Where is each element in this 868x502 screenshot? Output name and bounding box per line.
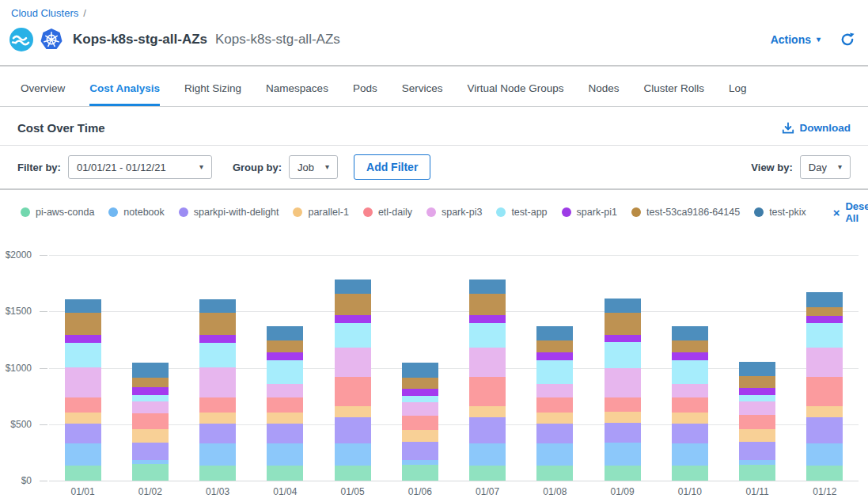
bar-segment-test-app[interactable] bbox=[402, 396, 438, 402]
bar-segment-test-app[interactable] bbox=[605, 342, 641, 368]
stacked-bar-01-02[interactable] bbox=[132, 255, 169, 481]
bar-segment-spark-pi3[interactable] bbox=[132, 401, 169, 413]
bar-segment-notebook[interactable] bbox=[536, 443, 573, 466]
bar-segment-test-pkix[interactable] bbox=[402, 363, 438, 378]
bar-segment-spark-pi3[interactable] bbox=[605, 368, 641, 397]
tab-nodes[interactable]: Nodes bbox=[589, 82, 620, 106]
group-by-select[interactable]: Job ▾ bbox=[289, 155, 338, 179]
bar-segment-notebook[interactable] bbox=[469, 443, 506, 466]
bar-segment-spark-pi3[interactable] bbox=[199, 367, 236, 397]
bar-segment-parallel-1[interactable] bbox=[402, 430, 438, 442]
tab-virtual-node-groups[interactable]: Virtual Node Groups bbox=[467, 82, 563, 106]
bar-segment-spark-pi1[interactable] bbox=[335, 315, 371, 323]
stacked-bar-01-06[interactable] bbox=[402, 255, 438, 481]
deselect-all-button[interactable]: ×Deselect All bbox=[833, 200, 868, 224]
bar-segment-pi-aws-conda[interactable] bbox=[469, 466, 506, 481]
bar-segment-test-pkix[interactable] bbox=[65, 299, 101, 314]
bar-segment-test-53ca9186-64145[interactable] bbox=[469, 294, 506, 315]
bar-segment-test-pkix[interactable] bbox=[132, 363, 169, 378]
add-filter-button[interactable]: Add Filter bbox=[354, 154, 430, 180]
bar-segment-test-app[interactable] bbox=[267, 360, 303, 384]
bar-segment-etl-daily[interactable] bbox=[469, 377, 506, 406]
bar-segment-pi-aws-conda[interactable] bbox=[65, 466, 101, 481]
tab-namespaces[interactable]: Namespaces bbox=[266, 82, 328, 106]
download-button[interactable]: Download bbox=[782, 122, 851, 135]
bar-segment-test-pkix[interactable] bbox=[806, 292, 843, 307]
stacked-bar-01-11[interactable] bbox=[739, 255, 775, 481]
bar-segment-etl-daily[interactable] bbox=[267, 397, 303, 413]
bar-segment-test-53ca9186-64145[interactable] bbox=[65, 313, 101, 334]
legend-item-test-app[interactable]: test-app bbox=[496, 207, 547, 218]
bar-segment-test-53ca9186-64145[interactable] bbox=[132, 378, 169, 387]
bar-segment-notebook[interactable] bbox=[806, 443, 843, 466]
bar-segment-test-app[interactable] bbox=[132, 395, 169, 401]
bar-segment-test-53ca9186-64145[interactable] bbox=[739, 376, 775, 387]
bar-segment-test-pkix[interactable] bbox=[605, 299, 641, 313]
legend-item-spark-pi3[interactable]: spark-pi3 bbox=[426, 207, 482, 218]
bar-segment-etl-daily[interactable] bbox=[739, 415, 775, 430]
bar-segment-parallel-1[interactable] bbox=[672, 413, 708, 424]
bar-segment-sparkpi-with-delight[interactable] bbox=[806, 417, 843, 443]
bar-segment-test-app[interactable] bbox=[199, 343, 236, 367]
stacked-bar-01-01[interactable] bbox=[65, 255, 101, 481]
tab-services[interactable]: Services bbox=[402, 82, 443, 106]
stacked-bar-01-04[interactable] bbox=[267, 255, 303, 481]
legend-item-test-53ca9186-64145[interactable]: test-53ca9186-64145 bbox=[631, 207, 740, 218]
bar-segment-sparkpi-with-delight[interactable] bbox=[267, 424, 303, 443]
bar-segment-pi-aws-conda[interactable] bbox=[672, 466, 708, 481]
bar-segment-notebook[interactable] bbox=[65, 443, 101, 466]
bar-segment-spark-pi3[interactable] bbox=[267, 384, 303, 397]
bar-segment-spark-pi3[interactable] bbox=[469, 348, 506, 377]
bar-segment-sparkpi-with-delight[interactable] bbox=[605, 423, 641, 443]
bar-segment-etl-daily[interactable] bbox=[402, 416, 438, 430]
bar-segment-test-pkix[interactable] bbox=[536, 326, 573, 341]
bar-segment-pi-aws-conda[interactable] bbox=[536, 466, 573, 481]
bar-segment-spark-pi1[interactable] bbox=[605, 335, 641, 342]
bar-segment-parallel-1[interactable] bbox=[267, 413, 303, 424]
bar-segment-parallel-1[interactable] bbox=[739, 429, 775, 442]
bar-segment-test-53ca9186-64145[interactable] bbox=[536, 340, 573, 352]
bar-segment-sparkpi-with-delight[interactable] bbox=[335, 417, 371, 443]
bar-segment-sparkpi-with-delight[interactable] bbox=[402, 442, 438, 460]
date-range-select[interactable]: 01/01/21 - 01/12/21 ▾ bbox=[68, 155, 212, 179]
bar-segment-sparkpi-with-delight[interactable] bbox=[132, 443, 169, 460]
bar-segment-spark-pi3[interactable] bbox=[335, 348, 371, 377]
bar-segment-etl-daily[interactable] bbox=[65, 397, 101, 413]
tab-cluster-rolls[interactable]: Cluster Rolls bbox=[644, 82, 705, 106]
bar-segment-test-pkix[interactable] bbox=[469, 280, 506, 295]
bar-segment-spark-pi3[interactable] bbox=[65, 367, 101, 397]
stacked-bar-01-09[interactable] bbox=[605, 255, 641, 481]
bar-segment-etl-daily[interactable] bbox=[199, 397, 236, 413]
bar-segment-sparkpi-with-delight[interactable] bbox=[65, 424, 101, 443]
bar-segment-spark-pi1[interactable] bbox=[402, 389, 438, 396]
bar-segment-sparkpi-with-delight[interactable] bbox=[739, 442, 775, 460]
stacked-bar-01-07[interactable] bbox=[469, 255, 506, 481]
bar-segment-test-pkix[interactable] bbox=[267, 326, 303, 341]
bar-segment-spark-pi1[interactable] bbox=[199, 335, 236, 344]
bar-segment-etl-daily[interactable] bbox=[672, 397, 708, 413]
bar-segment-notebook[interactable] bbox=[605, 443, 641, 466]
tab-log[interactable]: Log bbox=[729, 82, 747, 106]
bar-segment-test-53ca9186-64145[interactable] bbox=[806, 307, 843, 316]
bar-segment-spark-pi1[interactable] bbox=[806, 316, 843, 323]
stacked-bar-01-10[interactable] bbox=[672, 255, 708, 481]
bar-segment-pi-aws-conda[interactable] bbox=[806, 466, 843, 481]
bar-segment-test-53ca9186-64145[interactable] bbox=[267, 340, 303, 352]
bar-segment-spark-pi1[interactable] bbox=[65, 335, 101, 344]
bar-segment-test-app[interactable] bbox=[536, 360, 573, 384]
stacked-bar-01-08[interactable] bbox=[536, 255, 573, 481]
tab-cost-analysis[interactable]: Cost Analysis bbox=[89, 82, 160, 106]
bar-segment-pi-aws-conda[interactable] bbox=[335, 466, 371, 481]
bar-segment-notebook[interactable] bbox=[199, 443, 236, 466]
bar-segment-parallel-1[interactable] bbox=[806, 406, 843, 417]
legend-item-sparkpi-with-delight[interactable]: sparkpi-with-delight bbox=[179, 207, 279, 218]
bar-segment-pi-aws-conda[interactable] bbox=[132, 464, 169, 481]
tab-right-sizing[interactable]: Right Sizing bbox=[184, 82, 241, 106]
legend-item-etl-daily[interactable]: etl-daily bbox=[363, 207, 412, 218]
bar-segment-test-pkix[interactable] bbox=[335, 280, 371, 295]
bar-segment-parallel-1[interactable] bbox=[199, 413, 236, 424]
bar-segment-notebook[interactable] bbox=[267, 443, 303, 466]
bar-segment-sparkpi-with-delight[interactable] bbox=[469, 417, 506, 443]
bar-segment-sparkpi-with-delight[interactable] bbox=[199, 424, 236, 443]
legend-item-pi-aws-conda[interactable]: pi-aws-conda bbox=[21, 207, 94, 218]
